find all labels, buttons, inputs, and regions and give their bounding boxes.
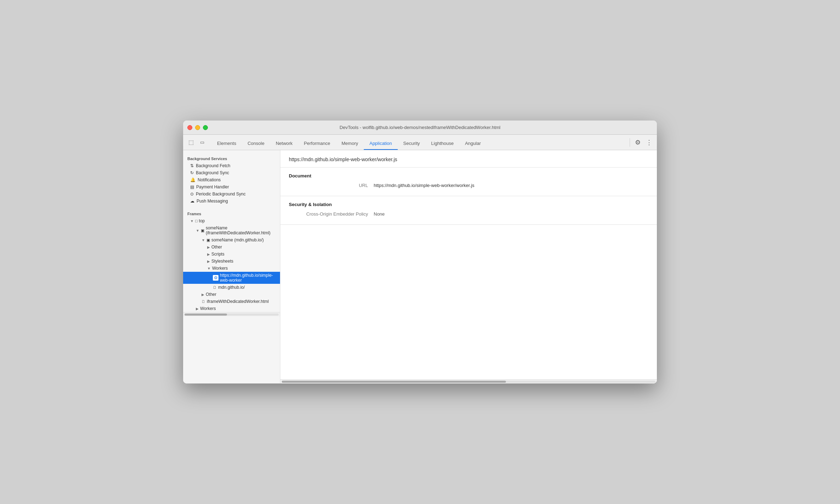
tree-item-label: mdn.github.io/	[218, 285, 245, 290]
background-fetch-icon: ⇅	[190, 163, 194, 168]
security-section-title: Security & Isolation	[289, 202, 648, 207]
minimize-button[interactable]	[195, 125, 200, 130]
tab-lighthouse[interactable]: Lighthouse	[426, 137, 460, 150]
url-label: URL	[289, 183, 374, 188]
sidebar-item-periodic-sync[interactable]: ⊙ Periodic Background Sync	[183, 191, 280, 198]
detail-panel: https://mdn.github.io/simple-web-worker/…	[280, 150, 657, 383]
expand-arrow: ▼	[190, 219, 194, 223]
folder-icon: □	[195, 219, 198, 223]
tab-performance[interactable]: Performance	[298, 137, 336, 150]
tree-item-worker-url[interactable]: ⚙ https://mdn.github.io/simple-web-worke…	[183, 272, 280, 284]
tab-memory[interactable]: Memory	[336, 137, 364, 150]
maximize-button[interactable]	[203, 125, 208, 130]
document-section: Document URL https://mdn.github.io/simpl…	[280, 168, 657, 196]
background-sync-icon: ↻	[190, 170, 194, 175]
tree-item-label: Stylesheets	[211, 259, 233, 264]
sidebar-item-background-fetch[interactable]: ⇅ Background Fetch	[183, 162, 280, 169]
sidebar-item-label: Push Messaging	[197, 199, 228, 204]
tab-network[interactable]: Network	[270, 137, 298, 150]
tree-item-other-1[interactable]: ▶ Other	[183, 244, 280, 251]
policy-label: Cross-Origin Embedder Policy	[289, 211, 374, 217]
tree-item-mdn-github[interactable]: 🗋 mdn.github.io/	[183, 284, 280, 291]
tab-elements[interactable]: Elements	[211, 137, 242, 150]
detail-url: https://mdn.github.io/simple-web-worker/…	[280, 150, 657, 168]
scrollbar-track	[185, 313, 279, 316]
tree-item-label: someName (mdn.github.io/)	[211, 238, 264, 242]
frame-icon: ▣	[206, 238, 210, 242]
url-value: https://mdn.github.io/simple-web-worker/…	[374, 183, 648, 188]
toolbar-icons: ⬚ ▭	[186, 137, 207, 147]
payment-handler-icon: ▤	[190, 184, 194, 189]
devtools-window: DevTools - wolfib.github.io/web-demos/ne…	[183, 121, 657, 383]
expand-arrow: ▼	[202, 238, 205, 242]
tree-item-label: https://mdn.github.io/simple-web-worker	[220, 273, 276, 283]
tree-item-iframe-file[interactable]: 🗋 iframeWithDedicatedWorker.html	[183, 298, 280, 305]
sidebar-item-label: Notifications	[198, 177, 221, 182]
tree-item-workers-top[interactable]: ▶ Workers	[183, 305, 280, 312]
tree-item-scripts[interactable]: ▶ Scripts	[183, 251, 280, 258]
sidebar-item-payment-handler[interactable]: ▤ Payment Handler	[183, 183, 280, 191]
tree-item-label: top	[199, 218, 205, 223]
document-section-title: Document	[289, 173, 648, 178]
h-scrollbar-track	[282, 381, 655, 383]
tree-item-somename-iframe[interactable]: ▼ ▣ someName (iframeWithDedicatedWorker.…	[183, 224, 280, 236]
close-button[interactable]	[187, 125, 192, 130]
tab-angular[interactable]: Angular	[459, 137, 486, 150]
document-url-row: URL https://mdn.github.io/simple-web-wor…	[289, 183, 648, 188]
expand-arrow: ▶	[207, 259, 210, 263]
periodic-sync-icon: ⊙	[190, 192, 194, 197]
toolbar-right: ⚙ ⋮	[628, 137, 654, 147]
tree-item-stylesheets[interactable]: ▶ Stylesheets	[183, 258, 280, 265]
sidebar-item-label: Background Fetch	[196, 163, 230, 168]
sidebar-item-notifications[interactable]: 🔔 Notifications	[183, 176, 280, 183]
window-title: DevTools - wolfib.github.io/web-demos/ne…	[340, 125, 501, 130]
tree-item-workers[interactable]: ▼ Workers	[183, 265, 280, 272]
tab-bar: Elements Console Network Performance Mem…	[211, 135, 628, 150]
toolbar-divider	[630, 138, 630, 147]
frame-icon: ▣	[201, 228, 204, 233]
expand-arrow: ▶	[196, 307, 199, 311]
sidebar-item-label: Background Sync	[196, 170, 229, 175]
tree-item-top[interactable]: ▼ □ top	[183, 217, 280, 224]
expand-arrow: ▶	[202, 293, 204, 297]
tree-item-label: someName (iframeWithDedicatedWorker.html…	[206, 225, 276, 235]
tree-item-label: Workers	[212, 266, 228, 271]
expand-arrow: ▶	[207, 245, 210, 249]
main-content: Background Services ⇅ Background Fetch ↻…	[183, 150, 657, 383]
tab-security[interactable]: Security	[398, 137, 426, 150]
h-scrollbar-thumb	[282, 381, 506, 383]
device-icon[interactable]: ▭	[197, 137, 207, 147]
sidebar-item-push-messaging[interactable]: ☁ Push Messaging	[183, 198, 280, 205]
tree-item-other-2[interactable]: ▶ Other	[183, 291, 280, 298]
file-icon: 🗋	[202, 299, 205, 304]
security-section: Security & Isolation Cross-Origin Embedd…	[280, 196, 657, 225]
sidebar-scrollbar[interactable]	[183, 312, 280, 316]
worker-gear-icon: ⚙	[213, 275, 218, 281]
notifications-icon: 🔔	[190, 177, 196, 182]
sidebar-item-label: Payment Handler	[196, 184, 229, 189]
detail-scrollbar[interactable]	[280, 379, 657, 383]
toolbar: ⬚ ▭ Elements Console Network Performance…	[183, 135, 657, 150]
frames-header: Frames	[183, 208, 280, 217]
expand-arrow: ▶	[207, 252, 210, 256]
traffic-lights	[187, 125, 208, 130]
titlebar: DevTools - wolfib.github.io/web-demos/ne…	[183, 121, 657, 135]
more-button[interactable]: ⋮	[644, 137, 654, 147]
tree-item-label: Other	[211, 245, 222, 250]
expand-arrow: ▼	[196, 229, 199, 233]
sidebar-item-background-sync[interactable]: ↻ Background Sync	[183, 169, 280, 176]
policy-value: None	[374, 211, 648, 217]
sidebar-item-label: Periodic Background Sync	[196, 192, 246, 197]
settings-button[interactable]: ⚙	[633, 137, 643, 147]
inspect-icon[interactable]: ⬚	[186, 137, 196, 147]
push-messaging-icon: ☁	[190, 199, 194, 204]
policy-row: Cross-Origin Embedder Policy None	[289, 211, 648, 217]
tab-console[interactable]: Console	[242, 137, 270, 150]
tree-item-label: iframeWithDedicatedWorker.html	[207, 299, 269, 304]
tree-item-somename-mdn[interactable]: ▼ ▣ someName (mdn.github.io/)	[183, 236, 280, 244]
tab-application[interactable]: Application	[364, 137, 398, 150]
sidebar: Background Services ⇅ Background Fetch ↻…	[183, 150, 280, 383]
background-services-header: Background Services	[183, 153, 280, 162]
expand-arrow: ▼	[207, 266, 211, 270]
file-icon: 🗋	[213, 285, 217, 289]
